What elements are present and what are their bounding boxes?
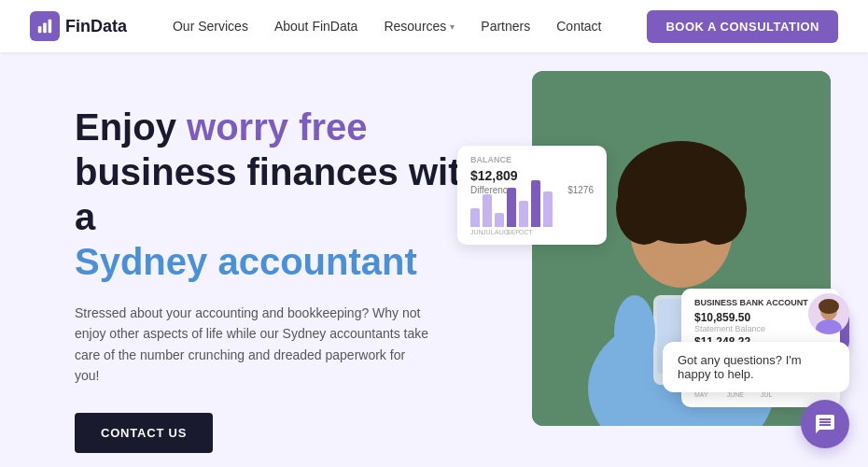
logo-text: FinData <box>65 17 127 36</box>
bar-2 <box>483 194 492 227</box>
bar-3 <box>495 213 504 227</box>
book-consultation-button[interactable]: BOOK A CONSULTATION <box>647 10 838 43</box>
bar-1 <box>470 208 480 227</box>
svg-point-19 <box>819 299 839 314</box>
nav-partners[interactable]: Partners <box>481 19 530 34</box>
chat-open-button[interactable] <box>801 400 849 448</box>
svg-rect-1 <box>43 22 47 33</box>
chat-widget: Got any questions? I'm happy to help. <box>663 293 849 448</box>
hero-description: Stressed about your accounting and bookk… <box>75 303 429 387</box>
bar-5 <box>519 201 528 227</box>
nav-our-services[interactable]: Our Services <box>173 19 248 34</box>
svg-rect-2 <box>49 20 52 33</box>
svg-point-7 <box>616 174 672 245</box>
chevron-down-icon: ▾ <box>450 21 455 32</box>
nav-resources[interactable]: Resources ▾ <box>384 19 455 34</box>
balance-chart <box>470 201 594 227</box>
hero-title: Enjoy worry free business finances with … <box>75 105 504 284</box>
nav-links: Our Services About FinData Resources ▾ P… <box>173 19 602 34</box>
chat-avatar <box>808 293 849 334</box>
hero-content: Enjoy worry free business finances with … <box>75 105 504 453</box>
navbar: FinData Our Services About FinData Resou… <box>0 0 868 52</box>
bar-7 <box>543 191 553 227</box>
bar-4 <box>507 188 516 227</box>
chat-bubble: Got any questions? I'm happy to help. <box>663 342 849 392</box>
balance-card: BALANCE $12,809 Difference $1276 JUN JUL… <box>457 146 607 245</box>
logo-icon <box>30 11 60 41</box>
diff-value: $1276 <box>567 185 594 195</box>
svg-point-8 <box>691 174 747 245</box>
svg-point-11 <box>614 295 655 370</box>
logo-link[interactable]: FinData <box>30 11 127 41</box>
contact-us-button[interactable]: CONTACT US <box>75 413 213 453</box>
balance-months: JUN JUL AUG SEP OCT <box>470 229 594 235</box>
nav-contact[interactable]: Contact <box>556 19 601 34</box>
nav-about-findata[interactable]: About FinData <box>274 19 358 34</box>
svg-rect-0 <box>38 26 42 33</box>
balance-label: BALANCE <box>470 155 594 164</box>
bar-6 <box>531 180 540 227</box>
